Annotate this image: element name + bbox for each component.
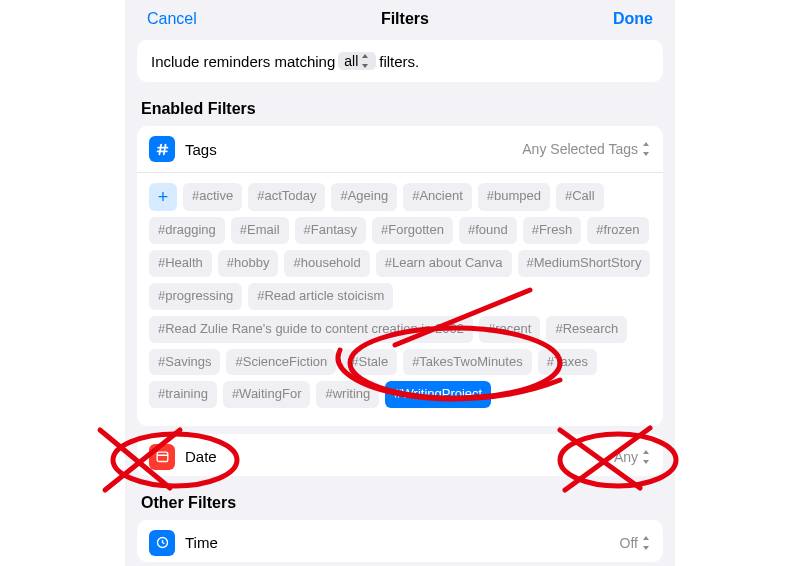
tag-chip[interactable]: #TakesTwoMinutes	[403, 349, 532, 376]
tag-chip[interactable]: #Fantasy	[295, 217, 366, 244]
time-filter-value-label: Off	[620, 535, 638, 551]
time-filter-row[interactable]: Time Off	[137, 520, 663, 562]
tag-chip[interactable]: #Read article stoicism	[248, 283, 393, 310]
tag-chip[interactable]: #Savings	[149, 349, 220, 376]
hash-icon	[149, 136, 175, 162]
date-filter-row[interactable]: Date Any	[137, 434, 663, 476]
tags-mode-picker[interactable]: Any Selected Tags	[522, 141, 651, 157]
tag-chip[interactable]: #hobby	[218, 250, 279, 277]
tag-chip[interactable]: #Ageing	[331, 183, 397, 211]
tag-chip[interactable]: #progressing	[149, 283, 242, 310]
tag-chip[interactable]: #Research	[546, 316, 627, 343]
tag-chip[interactable]: #WritingProject	[385, 381, 491, 408]
updown-icon	[642, 536, 651, 550]
matching-mode-label: all	[344, 53, 358, 69]
tag-chip[interactable]: #bumped	[478, 183, 550, 211]
cancel-button[interactable]: Cancel	[147, 10, 197, 28]
svg-rect-4	[157, 453, 168, 462]
tag-chip[interactable]: #Stale	[342, 349, 397, 376]
updown-icon	[361, 54, 370, 68]
tag-chip[interactable]: #Taxes	[538, 349, 597, 376]
tag-chip[interactable]: #Learn about Canva	[376, 250, 512, 277]
svg-line-2	[159, 144, 161, 154]
time-filter-value[interactable]: Off	[620, 535, 651, 551]
updown-icon	[642, 142, 651, 156]
tag-chip[interactable]: #ScienceFiction	[226, 349, 336, 376]
tag-chip[interactable]: #dragging	[149, 217, 225, 244]
tag-chip[interactable]: #WaitingFor	[223, 381, 311, 408]
add-tag-button[interactable]: +	[149, 183, 177, 211]
matching-card: Include reminders matching all filters.	[137, 40, 663, 82]
date-filter-title: Date	[185, 448, 614, 465]
filters-sheet: Cancel Filters Done Include reminders ma…	[125, 0, 675, 566]
nav-title: Filters	[381, 10, 429, 28]
matching-prefix: Include reminders matching	[151, 53, 335, 70]
tag-chip[interactable]: #recent	[479, 316, 540, 343]
tag-chip[interactable]: #training	[149, 381, 217, 408]
clock-icon	[149, 530, 175, 556]
matching-mode-picker[interactable]: all	[338, 52, 376, 70]
tag-chip[interactable]: #Ancient	[403, 183, 472, 211]
tag-chip[interactable]: #Read Zulie Rane's guide to content crea…	[149, 316, 473, 343]
tag-chip[interactable]: #MediumShortStory	[518, 250, 651, 277]
tag-chip[interactable]: #writing	[316, 381, 379, 408]
tag-chip[interactable]: #Fresh	[523, 217, 581, 244]
updown-icon	[642, 450, 651, 464]
show-less-button[interactable]: Show Less	[137, 418, 663, 426]
time-filter-title: Time	[185, 534, 620, 551]
date-filter-value-label: Any	[614, 449, 638, 465]
tag-chip[interactable]: #Health	[149, 250, 212, 277]
section-other-filters: Other Filters	[141, 494, 659, 512]
date-filter-value[interactable]: Any	[614, 449, 651, 465]
nav-bar: Cancel Filters Done	[125, 0, 675, 36]
tag-chip[interactable]: #Forgotten	[372, 217, 453, 244]
tags-filter-card: Tags Any Selected Tags + #active#actToda…	[137, 126, 663, 426]
tag-chip[interactable]: #Call	[556, 183, 604, 211]
tags-mode-label: Any Selected Tags	[522, 141, 638, 157]
section-enabled-filters: Enabled Filters	[141, 100, 659, 118]
tag-chip[interactable]: #found	[459, 217, 517, 244]
done-button[interactable]: Done	[613, 10, 653, 28]
tags-filter-header: Tags Any Selected Tags	[137, 126, 663, 173]
tags-filter-title: Tags	[185, 141, 522, 158]
tag-chip[interactable]: #Email	[231, 217, 289, 244]
svg-line-3	[163, 144, 165, 154]
tag-chip[interactable]: #frozen	[587, 217, 648, 244]
tag-chip[interactable]: #actToday	[248, 183, 325, 211]
calendar-icon	[149, 444, 175, 470]
tag-chip[interactable]: #household	[284, 250, 369, 277]
tag-chip[interactable]: #active	[183, 183, 242, 211]
tags-list: + #active#actToday#Ageing#Ancient#bumped…	[137, 173, 663, 418]
matching-suffix: filters.	[379, 53, 419, 70]
